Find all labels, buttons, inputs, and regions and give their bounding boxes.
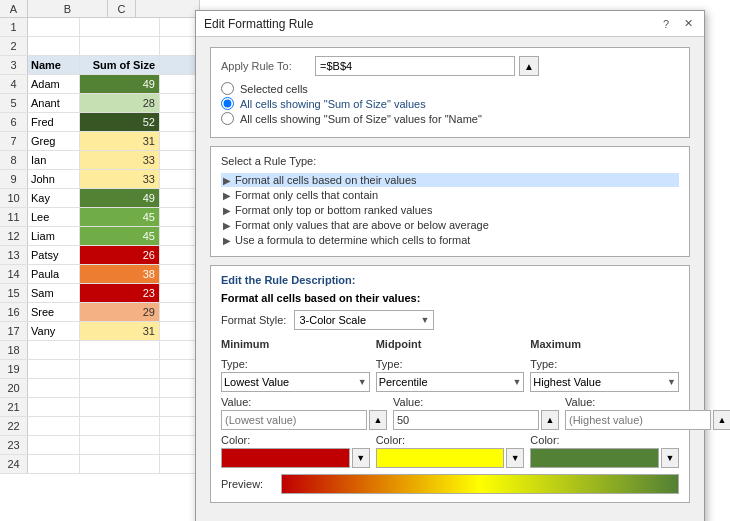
table-row: 4Adam49: [0, 75, 199, 94]
mid-color-dropdown[interactable]: ▼: [506, 448, 524, 468]
cell-value[interactable]: 38: [80, 265, 160, 283]
cell-value[interactable]: 45: [80, 208, 160, 226]
rule-type-contain[interactable]: ▶ Format only cells that contain: [221, 188, 679, 202]
mid-type-value: Percentile: [379, 376, 428, 388]
cell-name[interactable]: [28, 455, 80, 473]
max-value-btn[interactable]: ▲: [713, 410, 730, 430]
cell-name[interactable]: Adam: [28, 75, 80, 93]
apply-rule-field: Apply Rule To: ▲: [221, 56, 679, 76]
cell-name[interactable]: Vany: [28, 322, 80, 340]
cell-name[interactable]: Liam: [28, 227, 80, 245]
min-type-select[interactable]: Lowest Value ▼: [221, 372, 370, 392]
rule-type-section: Select a Rule Type: ▶ Format all cells b…: [210, 146, 690, 257]
apply-rule-input[interactable]: [315, 56, 515, 76]
mid-value-field: Value: ▲: [393, 396, 559, 430]
cell-name[interactable]: Lee: [28, 208, 80, 226]
cell-name[interactable]: Anant: [28, 94, 80, 112]
cell-name[interactable]: Paula: [28, 265, 80, 283]
cell-value[interactable]: [80, 398, 160, 416]
radio-all-cells-name-input[interactable]: [221, 112, 234, 125]
cell-value[interactable]: 52: [80, 113, 160, 131]
row-number: 21: [0, 398, 28, 416]
cell-name[interactable]: [28, 379, 80, 397]
min-value-btn[interactable]: ▲: [369, 410, 387, 430]
row-number: 17: [0, 322, 28, 340]
cell-name[interactable]: [28, 360, 80, 378]
cell-value[interactable]: [80, 37, 160, 55]
cell-value[interactable]: 31: [80, 322, 160, 340]
rule-type-all-cells[interactable]: ▶ Format all cells based on their values: [221, 173, 679, 187]
cell-value[interactable]: 31: [80, 132, 160, 150]
cell-value[interactable]: 28: [80, 94, 160, 112]
cell-name[interactable]: [28, 18, 80, 36]
cell-name[interactable]: Greg: [28, 132, 80, 150]
cell-value[interactable]: 49: [80, 189, 160, 207]
cell-value[interactable]: Sum of Size: [80, 56, 160, 74]
radio-selected-cells[interactable]: Selected cells: [221, 82, 679, 95]
cell-name[interactable]: [28, 417, 80, 435]
cell-value[interactable]: [80, 436, 160, 454]
rule-type-ranked[interactable]: ▶ Format only top or bottom ranked value…: [221, 203, 679, 217]
mid-value-input[interactable]: [393, 410, 539, 430]
cell-name[interactable]: [28, 436, 80, 454]
row-number: 7: [0, 132, 28, 150]
cell-value[interactable]: 33: [80, 151, 160, 169]
cell-name[interactable]: Sree: [28, 303, 80, 321]
row-number: 14: [0, 265, 28, 283]
cell-value[interactable]: 29: [80, 303, 160, 321]
min-mid-max-headers: Minimum Midpoint Maximum: [221, 338, 679, 354]
minimum-header: Minimum: [221, 338, 370, 354]
color-row: Color: ▼ Color: ▼ Colo: [221, 434, 679, 468]
cell-name[interactable]: Patsy: [28, 246, 80, 264]
cell-name[interactable]: [28, 398, 80, 416]
cell-value[interactable]: 26: [80, 246, 160, 264]
cell-value[interactable]: [80, 379, 160, 397]
apply-rule-section: Apply Rule To: ▲ Selected cells All cell…: [210, 47, 690, 138]
table-row: 2: [0, 37, 199, 56]
cell-name[interactable]: John: [28, 170, 80, 188]
cell-value[interactable]: 45: [80, 227, 160, 245]
radio-all-cells-for-name[interactable]: All cells showing "Sum of Size" values f…: [221, 112, 679, 125]
close-button[interactable]: ✕: [680, 16, 696, 32]
cell-name[interactable]: Fred: [28, 113, 80, 131]
cell-name[interactable]: Sam: [28, 284, 80, 302]
mid-color-label: Color:: [376, 434, 525, 446]
cell-value[interactable]: 23: [80, 284, 160, 302]
format-style-arrow: ▼: [420, 315, 429, 325]
table-row: 16Sree29: [0, 303, 199, 322]
max-type-select[interactable]: Highest Value ▼: [530, 372, 679, 392]
cell-value[interactable]: 33: [80, 170, 160, 188]
max-value-input[interactable]: [565, 410, 711, 430]
cell-value[interactable]: [80, 341, 160, 359]
cell-value[interactable]: [80, 417, 160, 435]
format-all-label: Format all cells based on their values:: [221, 292, 679, 304]
cell-name[interactable]: [28, 341, 80, 359]
rule-description-section: Edit the Rule Description: Format all ce…: [210, 265, 690, 503]
min-type-value: Lowest Value: [224, 376, 289, 388]
max-color-dropdown[interactable]: ▼: [661, 448, 679, 468]
mid-value-btn[interactable]: ▲: [541, 410, 559, 430]
cell-name[interactable]: Kay: [28, 189, 80, 207]
cell-value[interactable]: [80, 18, 160, 36]
cell-value[interactable]: 49: [80, 75, 160, 93]
apply-rule-collapse-btn[interactable]: ▲: [519, 56, 539, 76]
cell-value[interactable]: [80, 360, 160, 378]
cell-name[interactable]: Ian: [28, 151, 80, 169]
help-button[interactable]: ?: [658, 16, 674, 32]
rule-type-average[interactable]: ▶ Format only values that are above or b…: [221, 218, 679, 232]
mid-type-select[interactable]: Percentile ▼: [376, 372, 525, 392]
min-value-input[interactable]: [221, 410, 367, 430]
format-style-select[interactable]: 3-Color Scale ▼: [294, 310, 434, 330]
cell-name[interactable]: [28, 37, 80, 55]
rule-type-formula[interactable]: ▶ Use a formula to determine which cells…: [221, 233, 679, 247]
radio-selected-cells-input[interactable]: [221, 82, 234, 95]
rule-type-ranked-label: Format only top or bottom ranked values: [235, 204, 432, 216]
rule-arrow-4: ▶: [223, 220, 231, 231]
cell-value[interactable]: [80, 455, 160, 473]
radio-all-cells[interactable]: All cells showing "Sum of Size" values: [221, 97, 679, 110]
row-number: 4: [0, 75, 28, 93]
max-value-input-row: ▲: [565, 410, 730, 430]
cell-name[interactable]: Name: [28, 56, 80, 74]
min-color-dropdown[interactable]: ▼: [352, 448, 370, 468]
radio-all-cells-input[interactable]: [221, 97, 234, 110]
